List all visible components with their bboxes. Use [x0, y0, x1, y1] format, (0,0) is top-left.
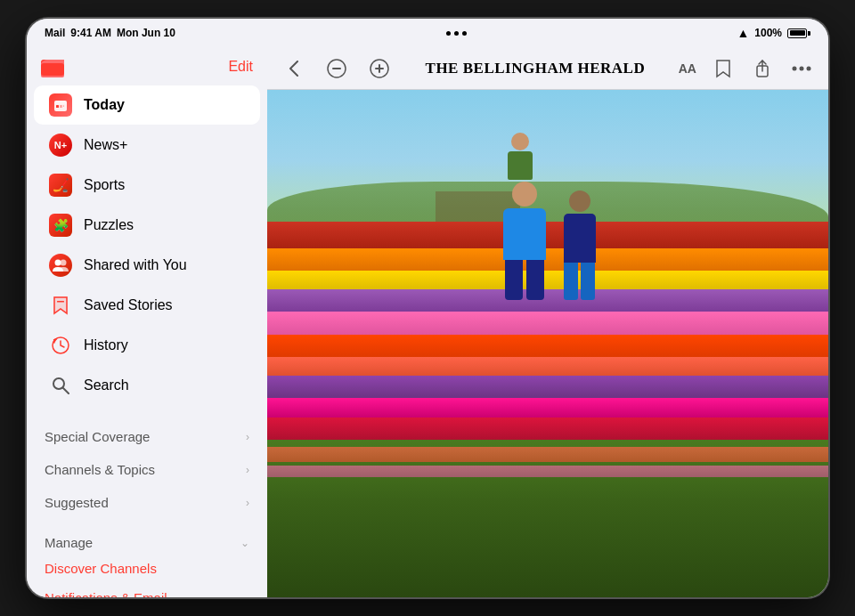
today-icon	[48, 93, 73, 118]
toolbar-right: AA	[679, 56, 814, 81]
channels-topics-section[interactable]: Channels & Topics ›	[27, 453, 267, 486]
status-date: Mon Jun 10	[117, 27, 175, 39]
status-app: Mail	[45, 27, 65, 39]
sidebar-header: Edit	[27, 47, 267, 85]
status-bar: Mail 9:41 AM Mon Jun 10 ▲ 100%	[27, 19, 828, 47]
ipad-device: Mail 9:41 AM Mon Jun 10 ▲ 100%	[27, 19, 828, 597]
svg-rect-6	[63, 105, 64, 107]
special-coverage-section[interactable]: Special Coverage ›	[27, 420, 267, 453]
status-center	[446, 31, 467, 36]
battery-icon	[787, 28, 810, 38]
sidebar-item-newsplus[interactable]: N+ News+	[34, 126, 260, 165]
svg-point-21	[806, 66, 810, 70]
chevron-right-icon-2: ›	[246, 464, 249, 476]
svg-rect-4	[56, 105, 59, 108]
share-button[interactable]	[750, 56, 775, 81]
saved-label: Saved Stories	[84, 297, 173, 313]
search-icon	[48, 373, 73, 398]
shared-label: Shared with You	[84, 257, 187, 273]
nav-section: Today N+ News+ 🏒 Sports	[27, 85, 267, 413]
chevron-right-icon-3: ›	[246, 497, 249, 509]
sidebar-item-shared[interactable]: Shared with You	[34, 246, 260, 285]
search-label: Search	[84, 377, 129, 393]
history-icon	[48, 333, 73, 358]
article-toolbar: The Bellingham Herald AA	[267, 47, 828, 90]
chevron-down-icon: ⌄	[240, 537, 249, 549]
puzzles-label: Puzzles	[84, 217, 134, 233]
article-source-title: The Bellingham Herald	[426, 60, 646, 77]
sports-label: Sports	[84, 177, 125, 193]
folder-icon	[41, 56, 66, 77]
notifications-email-link[interactable]: Notifications & Email	[27, 583, 267, 597]
channels-topics-label: Channels & Topics	[45, 462, 155, 477]
chevron-right-icon: ›	[246, 431, 249, 443]
edit-button[interactable]: Edit	[228, 59, 253, 75]
history-label: History	[84, 337, 128, 353]
special-coverage-label: Special Coverage	[45, 429, 150, 444]
article-image	[267, 90, 828, 597]
status-right: ▲ 100%	[737, 26, 810, 40]
sidebar-item-sports[interactable]: 🏒 Sports	[34, 166, 260, 205]
svg-line-12	[63, 388, 69, 393]
battery-percent: 100%	[754, 27, 782, 39]
svg-point-8	[61, 260, 67, 266]
back-button[interactable]	[281, 56, 306, 81]
sidebar: Edit	[27, 47, 267, 597]
today-label: Today	[84, 97, 125, 113]
sidebar-item-puzzles[interactable]: 🧩 Puzzles	[34, 206, 260, 245]
shared-icon	[48, 253, 73, 278]
bookmark-button[interactable]	[711, 56, 736, 81]
three-dots-icon	[446, 31, 467, 36]
manage-section-header[interactable]: Manage ⌄	[27, 526, 267, 554]
newsplus-icon: N+	[48, 133, 73, 158]
main-area: Edit	[27, 47, 828, 597]
more-options-button[interactable]	[789, 56, 814, 81]
sports-icon: 🏒	[48, 173, 73, 198]
content-area: The Bellingham Herald AA	[267, 47, 828, 597]
suggested-section[interactable]: Suggested ›	[27, 486, 267, 519]
people-group	[503, 182, 596, 300]
discover-channels-link[interactable]: Discover Channels	[27, 554, 267, 583]
svg-point-20	[799, 66, 803, 70]
puzzles-icon: 🧩	[48, 213, 73, 238]
sidebar-item-search[interactable]: Search	[34, 366, 260, 405]
status-left: Mail 9:41 AM Mon Jun 10	[45, 27, 175, 39]
svg-rect-1	[41, 63, 64, 76]
svg-point-19	[792, 66, 796, 70]
svg-rect-3	[54, 101, 67, 104]
manage-label: Manage	[45, 535, 93, 550]
dislike-button[interactable]	[324, 56, 349, 81]
wifi-icon: ▲	[737, 26, 749, 40]
font-size-button[interactable]: AA	[679, 56, 696, 81]
svg-rect-5	[60, 105, 62, 108]
sidebar-item-saved[interactable]: Saved Stories	[34, 286, 260, 325]
svg-point-7	[55, 260, 61, 266]
status-time: 9:41 AM	[70, 27, 111, 39]
newsplus-label: News+	[84, 137, 127, 153]
svg-rect-9	[57, 301, 64, 303]
sidebar-item-history[interactable]: History	[34, 326, 260, 365]
suggested-label: Suggested	[45, 495, 109, 510]
sidebar-item-today[interactable]: Today	[34, 85, 260, 125]
toolbar-left	[281, 56, 392, 81]
saved-icon	[48, 293, 73, 318]
svg-point-11	[53, 378, 64, 389]
like-button[interactable]	[367, 56, 392, 81]
